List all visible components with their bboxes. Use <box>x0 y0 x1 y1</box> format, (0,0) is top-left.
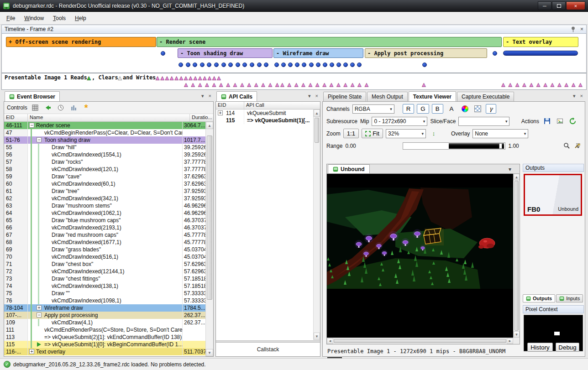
event-row[interactable]: 59Draw "cave"37.62963 <box>4 173 205 180</box>
timeline-canvas[interactable]: + Off-screen scene rendering- Render sce… <box>1 34 587 73</box>
flip-y-icon[interactable]: ↕ <box>429 129 439 139</box>
timeline-subsection[interactable]: - Apply post processing <box>365 48 487 58</box>
texture-image[interactable] <box>327 174 513 338</box>
alpha-channel-button[interactable]: A <box>446 104 457 114</box>
refresh-icon[interactable] <box>567 116 578 126</box>
tab-capture-executable[interactable]: Capture Executable <box>457 92 514 101</box>
event-row[interactable]: 74vkCmdDrawIndexed(138,1)57.18518 <box>4 282 205 290</box>
timeline-subsection[interactable]: - Wireframe draw <box>273 48 363 58</box>
column-eid[interactable]: EID <box>216 102 244 109</box>
draw-call-dot[interactable] <box>295 63 299 67</box>
titlebar[interactable]: debugmarker.rdc - RenderDoc Unofficial r… <box>0 0 588 12</box>
api-call-row[interactable]: +114vkQueueSubmit <box>216 109 313 117</box>
slice-face-combo[interactable]: ▾ <box>458 117 509 126</box>
jump-to-eid-icon[interactable] <box>43 103 53 113</box>
event-row[interactable]: 65Draw "blue mushroom caps"46.37037 <box>4 217 205 224</box>
draw-call-dot[interactable] <box>323 63 327 67</box>
green-channel-button[interactable]: G <box>417 104 429 114</box>
checkerboard-icon[interactable] <box>473 104 483 114</box>
callstack-label[interactable]: Callstack <box>216 346 320 353</box>
scroll-up-icon[interactable]: ▲ <box>206 122 213 129</box>
event-row[interactable]: 63Draw "mushroom stems"46.96296 <box>4 202 205 209</box>
scroll-right-icon[interactable]: ► <box>507 338 513 344</box>
panel-menu-icon[interactable]: ▾ <box>573 93 576 99</box>
draw-call-dot[interactable] <box>422 63 427 67</box>
time-durations-icon[interactable] <box>56 103 66 113</box>
event-row[interactable]: 60vkCmdDrawIndexed(60,1)37.62963 <box>4 180 205 188</box>
tab-api-calls[interactable]: API Calls <box>216 91 257 101</box>
timeline-subsection[interactable]: - Toon shading draw <box>178 48 273 58</box>
event-row[interactable]: 107-...−Apply post processing262.37... <box>4 312 205 319</box>
event-row[interactable]: 111vkCmdEndRenderPass(C=Store, D=Store, … <box>4 326 205 334</box>
save-icon[interactable] <box>542 116 552 126</box>
column-duration[interactable]: Duratio... <box>190 114 213 121</box>
texture-vscrollbar[interactable]: ▲ ▼ <box>513 174 520 338</box>
column-eid[interactable]: EID <box>4 114 28 121</box>
zoom-range-icon[interactable] <box>563 141 571 151</box>
tab-mesh-output[interactable]: Mesh Output <box>367 92 408 101</box>
draw-call-dot[interactable] <box>186 63 190 67</box>
expand-icon[interactable]: + <box>29 349 34 354</box>
timeline-section[interactable]: - Text overlay <box>503 37 578 47</box>
event-row[interactable]: 66vkCmdDrawIndexed(2193,1)46.37037 <box>4 224 205 231</box>
panel-menu-icon[interactable]: ▾ <box>201 93 204 99</box>
api-call-row[interactable]: 115=> vkQueueSubmit(1)[... <box>216 117 313 124</box>
draw-call-dot[interactable] <box>193 63 197 67</box>
export-image-icon[interactable] <box>555 116 565 126</box>
column-api-call[interactable]: API Call <box>244 102 320 109</box>
event-row[interactable]: 68vkCmdDrawIndexed(1677,1)45.77778 <box>4 239 205 246</box>
expand-icon[interactable]: + <box>218 110 223 115</box>
event-row[interactable]: 56vkCmdDrawIndexed(1554,1)39.25926 <box>4 151 205 158</box>
zoom-combo[interactable]: 32% ▾ <box>386 129 426 138</box>
scroll-thumb[interactable] <box>207 135 212 300</box>
draw-call-dot[interactable] <box>357 63 362 67</box>
expand-icon[interactable]: + <box>37 305 42 310</box>
bookmark-icon[interactable]: * <box>81 103 91 113</box>
event-row[interactable]: 58vkCmdDrawIndexed(120,1)37.77778 <box>4 166 205 173</box>
draw-call-dot[interactable] <box>207 63 211 67</box>
texture-list-chevron-icon[interactable]: ▾ <box>509 166 511 172</box>
scroll-down-icon[interactable]: ▼ <box>314 333 320 340</box>
timeline-section[interactable]: - Render scene <box>157 37 502 47</box>
tab-inputs[interactable]: Inputs <box>556 294 583 302</box>
draw-call-dot[interactable] <box>336 63 341 67</box>
event-row[interactable]: 115=> vkQueueSubmit(1)[0]: vkBeginComman… <box>4 341 205 348</box>
event-row[interactable]: 75Draw ""57.33333 <box>4 290 205 297</box>
panel-close-icon[interactable]: × <box>580 93 583 99</box>
panel-close-icon[interactable]: × <box>315 93 318 99</box>
draw-call-dot[interactable] <box>343 63 348 67</box>
minimize-button[interactable]: ─ <box>538 1 551 10</box>
menu-item-window[interactable]: Window <box>20 13 48 24</box>
event-row[interactable]: 71Draw "chest box"57.62963 <box>4 261 205 268</box>
api-calls-scrollbar[interactable]: ▲ ▼ <box>313 109 320 340</box>
event-row[interactable]: 76vkCmdDrawIndexed(1098,1)57.33333 <box>4 297 205 304</box>
red-channel-button[interactable]: R <box>403 104 415 114</box>
panel-menu-icon[interactable]: ▾ <box>308 93 311 99</box>
tab-outputs[interactable]: Outputs <box>523 294 555 302</box>
draw-call-dot[interactable] <box>236 63 240 67</box>
channels-combo[interactable]: RGBA ▾ <box>352 104 394 114</box>
event-row[interactable]: 72vkCmdDrawIndexed(12144,1)57.62963 <box>4 268 205 275</box>
draw-call-dot[interactable] <box>493 51 497 56</box>
range-slider[interactable] <box>403 142 506 150</box>
timeline-close-icon[interactable]: × <box>580 26 583 32</box>
draw-call-dot[interactable] <box>228 63 233 67</box>
event-row[interactable]: 70vkCmdDrawIndexed(516,1)45.03704 <box>4 253 205 261</box>
event-row[interactable]: 62vkCmdDrawIndexed(342,1)37.92593 <box>4 195 205 202</box>
tab-unbound-texture[interactable]: Unbound <box>328 164 370 173</box>
history-button[interactable]: History <box>527 343 553 352</box>
draw-call-dot[interactable] <box>264 63 268 67</box>
event-row[interactable]: 55Draw "hill"39.25926 <box>4 144 205 151</box>
event-row[interactable]: 69Draw "grass blades"45.03704 <box>4 246 205 253</box>
draw-call-dot[interactable] <box>200 63 205 67</box>
draw-call-dot[interactable] <box>221 63 226 67</box>
event-row[interactable]: 47vkCmdBeginRenderPass(C=Clear, D=Clear,… <box>4 129 205 136</box>
draw-call-dot[interactable] <box>178 63 183 67</box>
event-row[interactable]: 67Draw "red mushroom caps"45.77778 <box>4 231 205 239</box>
scroll-thumb[interactable] <box>315 118 319 143</box>
scroll-thumb[interactable] <box>514 181 519 331</box>
output-thumbnail-fb0[interactable]: FB0 Unbound <box>524 174 582 216</box>
draw-calls-bar[interactable] <box>503 51 578 56</box>
zoom-1-1-button[interactable]: 1:1 <box>343 129 359 138</box>
timeline-markers[interactable]: Presentable Image 1 Reads ▲, Clears ▲ an… <box>1 73 587 90</box>
